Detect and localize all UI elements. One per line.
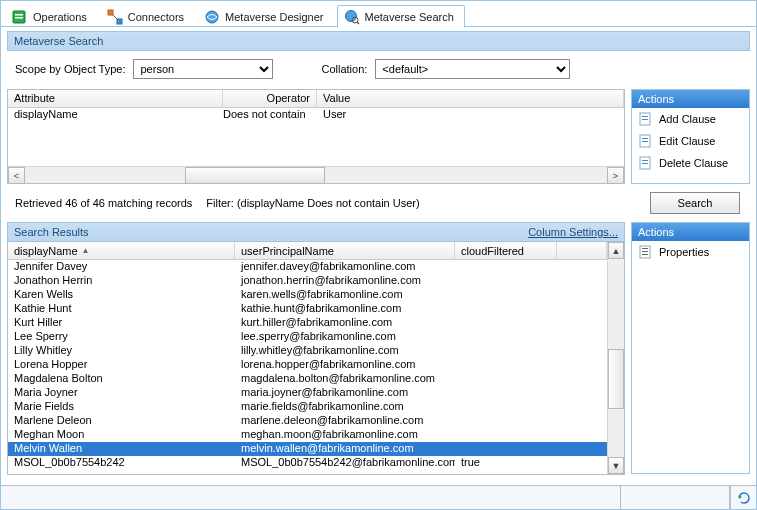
scroll-up-icon[interactable]: ▲ [608,242,624,259]
col-userprincipalname[interactable]: userPrincipalName [235,242,455,259]
actions-panel-bottom: Actions Properties [631,222,750,474]
cell-cloudfiltered [455,372,557,386]
action-delete-clause[interactable]: Delete Clause [632,152,749,174]
svg-rect-18 [642,163,648,164]
retrieved-status: Retrieved 46 of 46 matching records [15,197,192,209]
table-row[interactable]: Marie Fieldsmarie.fields@fabrikamonline.… [8,400,607,414]
scroll-right-icon[interactable]: > [607,167,624,184]
cell-cloudfiltered [455,400,557,414]
cell-upn: maria.joyner@fabrikamonline.com [235,386,455,400]
connectors-icon [107,9,123,25]
tab-label: Metaverse Search [365,11,454,23]
cell-displayname: Karen Wells [8,288,235,302]
scope-row: Scope by Object Type: person Collation: … [1,51,756,89]
tab-metaverse-designer[interactable]: Metaverse Designer [197,5,334,28]
table-row[interactable]: Melvin Wallenmelvin.wallen@fabrikamonlin… [8,442,607,456]
tab-label: Metaverse Designer [225,11,323,23]
cell-cloudfiltered: true [455,456,557,470]
table-row[interactable]: Magdalena Boltonmagdalena.bolton@fabrika… [8,372,607,386]
status-bar [1,485,756,509]
cell-cloudfiltered [455,442,557,456]
cell-upn: lee.sperry@fabrikamonline.com [235,330,455,344]
svg-rect-15 [642,141,648,142]
col-cloudfiltered[interactable]: cloudFiltered [455,242,557,259]
cell-cloudfiltered [455,428,557,442]
action-label: Properties [659,246,709,258]
actions-title: Actions [632,90,749,108]
col-attribute[interactable]: Attribute [8,90,223,107]
cell-upn: magdalena.bolton@fabrikamonline.com [235,372,455,386]
clause-icon [638,155,654,171]
filter-grid: Attribute Operator Value displayNameDoes… [7,89,625,184]
cell-cloudfiltered [455,302,557,316]
table-row[interactable]: Kurt Hillerkurt.hiller@fabrikamonline.co… [8,316,607,330]
table-row[interactable]: Meghan Moonmeghan.moon@fabrikamonline.co… [8,428,607,442]
cell-upn: marlene.deleon@fabrikamonline.com [235,414,455,428]
action-properties[interactable]: Properties [632,241,749,263]
tab-metaverse-search[interactable]: Metaverse Search [337,5,465,28]
svg-rect-11 [642,116,648,117]
col-value[interactable]: Value [317,90,624,107]
scroll-left-icon[interactable]: < [8,167,25,184]
svg-rect-1 [15,14,23,16]
table-row[interactable]: Maria Joynermaria.joyner@fabrikamonline.… [8,386,607,400]
cell-cloudfiltered [455,358,557,372]
svg-rect-17 [642,160,648,161]
svg-rect-14 [642,138,648,139]
column-settings-link[interactable]: Column Settings... [528,226,618,238]
tab-connectors[interactable]: Connectors [100,5,195,28]
cell-displayname: Marie Fields [8,400,235,414]
cell-cloudfiltered [455,260,557,274]
results-title: Search Results [14,226,89,238]
cell-upn: karen.wells@fabrikamonline.com [235,288,455,302]
svg-line-9 [357,22,359,24]
table-row[interactable]: Kathie Huntkathie.hunt@fabrikamonline.co… [8,302,607,316]
cell-cloudfiltered [455,316,557,330]
table-row[interactable]: MSOL_0b0b7554b242MSOL_0b0b7554b242@fabri… [8,456,607,470]
clause-icon [638,111,654,127]
table-row[interactable]: Lorena Hopperlorena.hopper@fabrikamonlin… [8,358,607,372]
actions-title: Actions [632,223,749,241]
cell-displayname: Jennifer Davey [8,260,235,274]
cell-cloudfiltered [455,288,557,302]
col-operator[interactable]: Operator [223,90,317,107]
table-row[interactable]: Marlene Deleonmarlene.deleon@fabrikamonl… [8,414,607,428]
col-displayname[interactable]: displayName ▲ [8,242,235,259]
cell-upn: kurt.hiller@fabrikamonline.com [235,316,455,330]
action-add-clause[interactable]: Add Clause [632,108,749,130]
cell-displayname: Kurt Hiller [8,316,235,330]
properties-icon [638,244,654,260]
search-button[interactable]: Search [650,192,740,214]
cell-displayname: Lee Sperry [8,330,235,344]
clause-icon [638,133,654,149]
refresh-button[interactable] [730,486,756,509]
svg-point-7 [345,10,356,21]
table-row[interactable]: Lilly Whitleylilly.whitley@fabrikamonlin… [8,344,607,358]
cell-upn: kathie.hunt@fabrikamonline.com [235,302,455,316]
scope-select[interactable]: person [133,59,273,79]
svg-rect-21 [642,251,648,252]
results-vscroll[interactable]: ▲ ▼ [607,242,624,474]
scroll-down-icon[interactable]: ▼ [608,457,624,474]
filter-row[interactable]: displayNameDoes not containUser [8,108,624,123]
cell-displayname: Kathie Hunt [8,302,235,316]
cell-upn: jennifer.davey@fabrikamonline.com [235,260,455,274]
table-row[interactable]: Karen Wellskaren.wells@fabrikamonline.co… [8,288,607,302]
tab-operations[interactable]: Operations [5,5,98,28]
cell-operator: Does not contain [223,108,317,123]
svg-point-6 [206,11,218,23]
table-row[interactable]: Jonathon Herrinjonathon.herrin@fabrikamo… [8,274,607,288]
filter-hscroll[interactable]: < > [8,166,624,183]
action-edit-clause[interactable]: Edit Clause [632,130,749,152]
table-row[interactable]: Lee Sperrylee.sperry@fabrikamonline.com [8,330,607,344]
scope-label: Scope by Object Type: [15,63,125,75]
collation-select[interactable]: <default> [375,59,570,79]
results-grid: displayName ▲ userPrincipalName cloudFil… [7,242,625,475]
svg-rect-4 [117,19,122,24]
cell-value: User [317,108,624,123]
tab-bar: Operations Connectors Metaverse Designer… [1,1,756,27]
action-label: Delete Clause [659,157,728,169]
table-row[interactable]: Jennifer Daveyjennifer.davey@fabrikamonl… [8,260,607,274]
svg-rect-22 [642,254,648,255]
cell-attribute: displayName [8,108,223,123]
